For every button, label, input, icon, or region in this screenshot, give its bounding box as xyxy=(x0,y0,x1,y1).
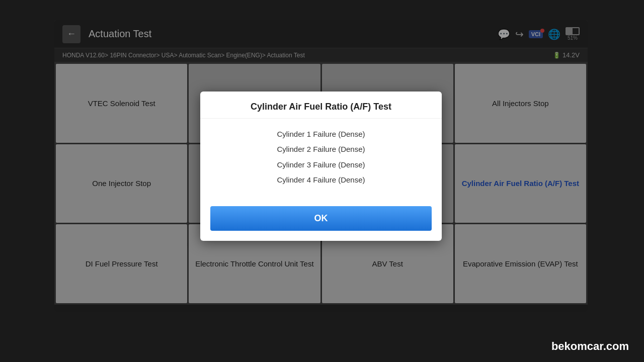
watermark: bekomcar.com xyxy=(551,340,629,353)
modal-item-1: Cylinder 2 Failure (Dense) xyxy=(210,142,432,157)
modal-ok-button[interactable]: OK xyxy=(210,206,432,231)
app-container: ← Actuation Test 💬 ↪ VCI 🌐 51% HONDA V12… xyxy=(54,20,588,312)
modal-overlay: Cylinder Air Fuel Ratio (A/F) Test Cylin… xyxy=(54,20,588,312)
modal-item-2: Cylinder 3 Failure (Dense) xyxy=(210,157,432,173)
modal-item-3: Cylinder 4 Failure (Dense) xyxy=(210,172,432,188)
modal-dialog: Cylinder Air Fuel Ratio (A/F) Test Cylin… xyxy=(200,92,442,241)
modal-item-0: Cylinder 1 Failure (Dense) xyxy=(210,127,432,142)
modal-title: Cylinder Air Fuel Ratio (A/F) Test xyxy=(200,92,442,119)
modal-body: Cylinder 1 Failure (Dense)Cylinder 2 Fai… xyxy=(200,119,442,198)
